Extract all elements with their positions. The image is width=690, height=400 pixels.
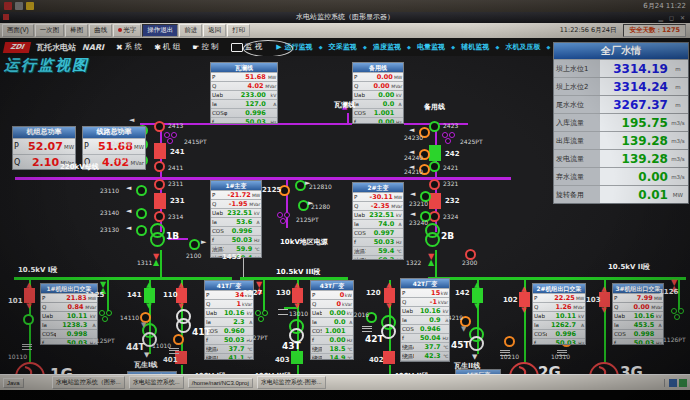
row-unit: Hz (346, 337, 352, 342)
label-d120: 120 (366, 289, 381, 297)
row-unit: Hz (395, 119, 402, 124)
row-unit: A (267, 101, 276, 106)
disconnector-1322[interactable]: ▼▲ (428, 254, 434, 266)
wire (347, 113, 349, 124)
label-d23210: 23210 (409, 200, 428, 207)
toolbar-unit[interactable]: ✱机 组 (154, 42, 180, 52)
tools-icon: ✖ (116, 43, 123, 52)
row-value: 1262.7 (547, 321, 576, 329)
row-value: 3314.24 (600, 80, 668, 94)
wire (107, 280, 109, 312)
earth-switch-23130[interactable] (136, 225, 147, 236)
row-label: f (212, 237, 224, 243)
earth-switch-23110[interactable] (136, 185, 147, 196)
breaker-142[interactable]: ▲▼ (470, 282, 484, 309)
breaker-130[interactable]: ▲▼ (290, 282, 304, 309)
safe-days-badge: 安全天数：1275 (623, 24, 686, 37)
earth-switch-10110[interactable] (23, 314, 34, 325)
menu-button-bar[interactable]: 棒图 (65, 24, 88, 37)
box-row: Ia127.0A (211, 99, 277, 108)
nav-arrow-icon: ▶ (276, 43, 281, 51)
breaker-101[interactable]: ▲▼ (22, 282, 36, 309)
disconnector-2413[interactable] (154, 121, 165, 132)
earth-switch-10210[interactable] (504, 336, 515, 347)
earth-switch-23140[interactable] (136, 208, 147, 219)
disconnector-2314[interactable] (154, 211, 165, 222)
label-d2125: 2125 (262, 186, 281, 194)
row-label: P (354, 74, 366, 80)
label-d1126: 1126 (659, 288, 678, 296)
nav-temp[interactable]: 温度监视 (373, 42, 401, 52)
row-unit: kV (655, 313, 662, 318)
row-value: 3267.37 (600, 98, 668, 112)
breaker-120[interactable]: ▲▼ (382, 282, 396, 309)
breaker-141[interactable]: ▲▼ (142, 282, 156, 309)
breaker-402[interactable] (383, 351, 395, 364)
row-label: 油温1 (354, 248, 366, 255)
row-value: 37.7 (218, 345, 245, 353)
breaker-241[interactable] (154, 143, 166, 159)
disconnector-2411[interactable] (154, 161, 165, 172)
row-unit: kVar (438, 299, 448, 304)
disconnector-2311[interactable] (154, 179, 165, 190)
row-unit: m3/s (668, 138, 688, 144)
decor (167, 138, 173, 144)
nav-energy[interactable]: 电量监视 (417, 42, 445, 52)
toolbar-system[interactable]: ✖系 统 (116, 42, 142, 52)
row-value: 14.9 (322, 354, 345, 360)
menu-button-view[interactable]: 画面(V) (2, 24, 34, 37)
nav-aux[interactable]: 辅机监视 (461, 42, 489, 52)
menu-button-alarm[interactable]: 光字 (113, 24, 141, 37)
menu-button-oneline[interactable]: 一次图 (35, 24, 65, 37)
row-label: 弃水流量 (554, 172, 600, 182)
system-tray (664, 379, 687, 387)
box-row: Ia53.6A (211, 217, 261, 226)
taskbar-java[interactable]: Java (3, 378, 24, 388)
menu-button-curve[interactable]: 曲线 (89, 24, 112, 37)
row-value: 0.996 (224, 227, 252, 235)
box-row: 旋转备用0.01MW (554, 185, 688, 203)
alarm-dot-icon (118, 28, 122, 32)
row-value: -30.11 (366, 193, 392, 201)
bus-10kv-I (14, 277, 232, 280)
breaker-231[interactable] (154, 193, 166, 209)
breaker-403[interactable] (291, 351, 303, 364)
window-title-bar: 水电站监控系统（图形显示器） ▁ ◻ ✕ (0, 12, 690, 23)
taskbar-scada-3[interactable]: 水电站监控系统-图形... (257, 376, 326, 389)
decor (384, 288, 395, 303)
row-unit: MVar (265, 83, 276, 88)
label-backup_top: 备用线 (424, 102, 445, 112)
disconnector-2100[interactable] (189, 239, 200, 250)
menu-button-exit[interactable]: 操作退出 (142, 24, 178, 37)
box-row: 绕温A37.7℃ (205, 344, 253, 353)
row-label: P (402, 290, 414, 296)
row-value: 1.001 (366, 109, 394, 117)
arrow-icon: ◄ (129, 117, 134, 124)
toolbar-monitor[interactable]: 监 视 (231, 42, 262, 52)
breaker-242[interactable] (429, 145, 441, 161)
menu-button-forward[interactable]: 前进 (179, 24, 202, 37)
row-unit: MW (267, 74, 276, 79)
disconnector-1311[interactable]: ▼▲ (153, 254, 159, 266)
breaker-102[interactable]: ▲▼ (517, 286, 531, 313)
pt-2125 (277, 212, 292, 225)
label-d2100: 2100 (186, 252, 201, 259)
row-value: 60.2 (366, 256, 394, 260)
earth-switch-11010[interactable] (173, 334, 184, 345)
nav-hydro[interactable]: 水机及压板 (505, 42, 540, 52)
taskbar-scada-1[interactable]: 水电站监控系统（图形... (52, 376, 125, 389)
row-unit: m3/s (668, 156, 688, 162)
taskbar-project[interactable]: /home/nari/NC3.0proj (188, 378, 253, 388)
row-unit: MVar (131, 159, 144, 165)
row-label: Ia (206, 319, 218, 325)
toolbar-control[interactable]: ☛控 制 (192, 42, 219, 52)
menu-button-print[interactable]: 打印 (227, 24, 250, 37)
nav-ac[interactable]: 交采监视 (329, 42, 357, 52)
row-label: 油温1 (212, 246, 224, 253)
disconnector-2321[interactable] (429, 179, 440, 190)
disconnector-2423[interactable] (429, 121, 440, 132)
nav-run[interactable]: 运行监视 (285, 42, 313, 52)
taskbar-scada-2[interactable]: 水电站监控系统... (129, 376, 184, 389)
disconnector-2421[interactable] (429, 161, 440, 172)
menu-button-back[interactable]: 返回 (203, 24, 226, 37)
